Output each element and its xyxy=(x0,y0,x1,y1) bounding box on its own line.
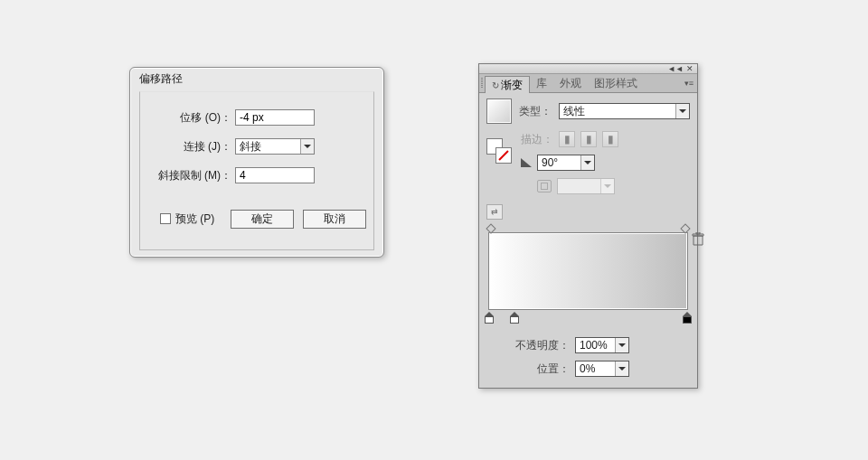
panel-body: 类型： 线性 描边： ▮ ▮ ▮ xyxy=(479,93,697,388)
tab-gradient[interactable]: ↻ 渐变 xyxy=(485,76,530,93)
ok-button-label: 确定 xyxy=(251,211,273,227)
fill-stroke-swatch[interactable] xyxy=(486,138,512,164)
gradient-stop-black[interactable] xyxy=(683,312,692,324)
gradient-stop-mid[interactable] xyxy=(510,312,519,324)
stroke-label: 描边： xyxy=(521,132,553,147)
chevron-down-icon xyxy=(304,145,311,148)
tab-appearance[interactable]: 外观 xyxy=(553,74,588,92)
angle-value: 90° xyxy=(538,156,580,169)
chevron-down-icon xyxy=(618,343,626,347)
miter-limit-input[interactable] xyxy=(235,167,315,183)
tab-graphic-styles[interactable]: 图形样式 xyxy=(588,74,644,92)
opacity-select[interactable]: 100% xyxy=(575,337,629,353)
trash-icon[interactable] xyxy=(692,232,704,247)
chevron-down-icon xyxy=(604,184,611,188)
stroke-swatch-none[interactable] xyxy=(495,147,512,164)
location-select-button[interactable] xyxy=(615,361,628,376)
preview-checkbox-wrap[interactable]: 预览 (P) xyxy=(160,211,214,227)
opacity-value: 100% xyxy=(576,339,615,352)
location-select[interactable]: 0% xyxy=(575,361,629,377)
stroke-along-icon[interactable]: ▮ xyxy=(580,131,597,147)
opacity-label: 不透明度： xyxy=(486,338,570,353)
type-label: 类型： xyxy=(519,104,552,119)
opacity-select-button[interactable] xyxy=(615,338,628,352)
refresh-icon: ↻ xyxy=(492,80,499,90)
gradient-stop-white[interactable] xyxy=(485,312,494,324)
gradient-swatch[interactable] xyxy=(486,99,512,124)
gradient-panel: ◄◄ ✕ ↻ 渐变 库 外观 图形样式 ▾≡ 类型： 线性 xyxy=(478,63,698,389)
type-select[interactable]: 线性 xyxy=(559,103,690,119)
offset-label: 位移 (O)： xyxy=(140,110,235,126)
close-icon[interactable]: ✕ xyxy=(686,65,693,73)
location-value: 0% xyxy=(576,362,615,375)
panel-tabs: ↻ 渐变 库 外观 图形样式 ▾≡ xyxy=(479,74,697,93)
dialog-body: 位移 (O)： 连接 (J)： 斜接 斜接限制 (M)： 预览 (P) 确定 xyxy=(139,91,374,250)
stroke-within-icon[interactable]: ▮ xyxy=(559,131,575,147)
aspect-ratio-select xyxy=(557,178,615,194)
aspect-ratio-button xyxy=(600,179,614,193)
panel-window-bar: ◄◄ ✕ xyxy=(479,64,697,74)
ok-button[interactable]: 确定 xyxy=(231,210,294,229)
join-combo[interactable]: 斜接 xyxy=(235,138,315,155)
angle-icon xyxy=(521,158,532,167)
angle-select-button[interactable] xyxy=(580,155,594,170)
preview-label: 预览 (P) xyxy=(175,211,214,227)
type-select-button[interactable] xyxy=(675,104,689,118)
aspect-ratio-icon xyxy=(537,180,552,192)
join-combo-button[interactable] xyxy=(300,139,314,154)
join-label: 连接 (J)： xyxy=(140,139,235,155)
offset-input[interactable] xyxy=(235,109,315,126)
location-label: 位置： xyxy=(486,361,570,377)
tab-library[interactable]: 库 xyxy=(530,74,553,92)
stroke-across-icon[interactable]: ▮ xyxy=(602,131,618,147)
preview-checkbox[interactable] xyxy=(160,213,171,224)
offset-path-dialog: 偏移路径 位移 (O)： 连接 (J)： 斜接 斜接限制 (M)： 预览 (P) xyxy=(129,67,384,258)
gradient-editor[interactable] xyxy=(488,232,688,310)
chevron-down-icon xyxy=(679,109,686,113)
dialog-title: 偏移路径 xyxy=(130,68,383,88)
collapse-icon[interactable]: ◄◄ xyxy=(667,65,684,73)
cancel-button-label: 取消 xyxy=(324,211,345,227)
chevron-down-icon xyxy=(584,161,591,164)
chevron-down-icon xyxy=(618,367,626,371)
join-combo-value: 斜接 xyxy=(236,139,300,155)
type-select-value: 线性 xyxy=(560,104,675,119)
miter-limit-label: 斜接限制 (M)： xyxy=(140,168,235,183)
gradient-ramp[interactable] xyxy=(488,232,688,310)
tab-gradient-label: 渐变 xyxy=(501,78,523,93)
angle-select[interactable]: 90° xyxy=(537,155,595,171)
reverse-gradient-icon[interactable]: ⇄ xyxy=(486,204,503,220)
panel-menu-icon[interactable]: ▾≡ xyxy=(681,74,697,92)
cancel-button[interactable]: 取消 xyxy=(303,210,366,229)
